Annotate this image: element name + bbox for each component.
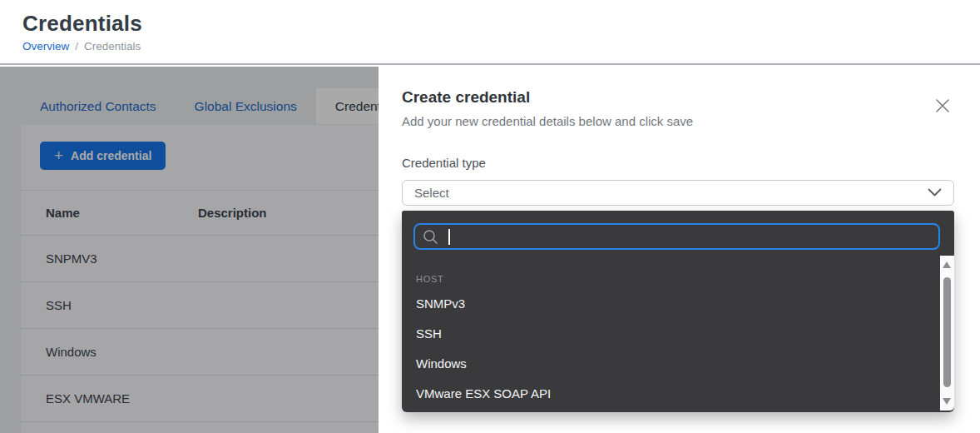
dropdown-group-host: HOST bbox=[416, 274, 939, 284]
dropdown-list: HOST SNMPv3 SSH Windows VMware ESX SOAP … bbox=[402, 259, 939, 412]
dropdown-option-snmpv3[interactable]: SNMPv3 bbox=[416, 289, 939, 319]
panel-title: Create credential bbox=[402, 88, 954, 107]
chevron-down-icon bbox=[928, 188, 942, 197]
dropdown-option-ssh[interactable]: SSH bbox=[416, 319, 939, 349]
page-header: Credentials Overview / Credentials bbox=[0, 0, 980, 65]
dropdown-option-vmware-esx-soap-api[interactable]: VMware ESX SOAP API bbox=[416, 379, 939, 409]
breadcrumb: Overview / Credentials bbox=[22, 40, 980, 52]
breadcrumb-separator: / bbox=[75, 40, 78, 52]
dropdown-scrollbar[interactable] bbox=[940, 256, 954, 411]
text-caret bbox=[448, 229, 450, 245]
create-credential-panel: Create credential Add your new credentia… bbox=[379, 67, 980, 433]
app-window: Credentials Overview / Credentials Autho… bbox=[0, 0, 980, 433]
close-icon bbox=[935, 98, 950, 113]
scrollbar-up-arrow-icon[interactable] bbox=[943, 261, 951, 268]
panel-subtitle: Add your new credential details below an… bbox=[402, 114, 954, 128]
page-title: Credentials bbox=[22, 11, 980, 37]
breadcrumb-link-overview[interactable]: Overview bbox=[22, 40, 69, 52]
credential-type-label: Credential type bbox=[402, 156, 954, 170]
credential-type-select[interactable]: Select bbox=[402, 180, 954, 206]
search-icon bbox=[423, 229, 438, 245]
select-placeholder: Select bbox=[414, 186, 928, 200]
breadcrumb-current: Credentials bbox=[84, 40, 141, 52]
scrollbar-thumb[interactable] bbox=[943, 277, 951, 387]
dropdown-search-input[interactable] bbox=[413, 223, 940, 250]
credential-type-dropdown: HOST SNMPv3 SSH Windows VMware ESX SOAP … bbox=[402, 211, 954, 412]
close-panel-button[interactable] bbox=[932, 95, 953, 117]
scrollbar-down-arrow-icon[interactable] bbox=[943, 398, 951, 405]
dropdown-items: SNMPv3 SSH Windows VMware ESX SOAP API bbox=[416, 289, 939, 409]
panel-body: Create credential Add your new credentia… bbox=[379, 67, 980, 433]
dropdown-option-windows[interactable]: Windows bbox=[416, 349, 939, 379]
